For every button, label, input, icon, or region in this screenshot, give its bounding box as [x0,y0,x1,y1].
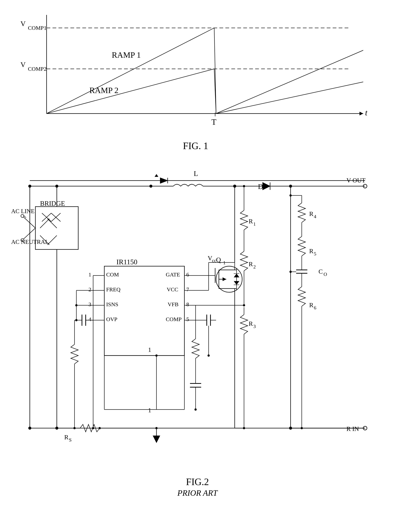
svg-text:2: 2 [88,286,91,292]
svg-text:V  OUT: V OUT [346,177,366,184]
svg-line-8 [47,69,214,114]
svg-point-177 [75,319,77,321]
svg-line-37 [22,216,35,228]
svg-point-149 [243,304,245,306]
svg-text:R  IN: R IN [346,425,359,432]
svg-point-204 [194,408,197,411]
svg-text:3: 3 [88,301,91,307]
svg-text:IR1150: IR1150 [116,258,137,266]
svg-text:S: S [69,437,71,443]
svg-point-131 [290,271,292,273]
svg-text:R: R [309,210,314,217]
svg-text:L: L [194,170,198,177]
svg-text:T: T [211,117,216,126]
svg-text:VFB: VFB [168,301,178,307]
svg-text:AC LINE: AC LINE [11,208,35,214]
svg-text:1: 1 [88,271,91,278]
svg-line-7 [216,50,363,114]
fig2-sublabel: PRIOR ART [11,488,384,498]
svg-text:R: R [309,248,314,254]
svg-point-47 [149,185,152,188]
svg-text:COMP2: COMP2 [28,66,47,72]
svg-text:R: R [249,261,253,268]
svg-text:O: O [324,272,327,277]
fig2-diagram: L BRIDGE AC LINE [11,158,384,497]
svg-text:V: V [20,20,26,28]
svg-text:COMP1: COMP1 [28,25,47,31]
svg-line-35 [47,235,57,245]
svg-text:t: t [365,108,368,117]
svg-marker-161 [153,435,160,443]
svg-line-5 [47,28,214,114]
svg-text:D: D [258,183,263,190]
svg-text:COMP: COMP [166,316,182,322]
svg-text:5: 5 [314,251,316,257]
svg-text:R: R [249,218,253,225]
svg-text:7: 7 [186,286,189,292]
svg-point-186 [99,427,101,429]
svg-line-32 [47,219,57,228]
svg-text:6: 6 [186,271,189,278]
svg-marker-21 [160,178,168,183]
svg-text:1: 1 [148,407,151,414]
svg-line-10 [216,82,363,114]
svg-text:R: R [249,320,253,327]
svg-line-33 [40,219,49,228]
svg-point-119 [290,194,292,197]
fig1-label: FIG. 1 [183,141,208,151]
svg-text:V: V [20,61,26,69]
svg-text:RAMP  1: RAMP 1 [112,51,141,60]
svg-text:COM: COM [106,271,119,278]
svg-text:C: C [319,268,323,275]
svg-text:V: V [208,255,212,262]
svg-marker-101 [263,183,270,190]
svg-marker-2 [360,112,363,115]
svg-text:GATE: GATE [166,271,180,278]
svg-text:RAMP  2: RAMP 2 [89,86,118,95]
fig2-label: FIG.2 [11,476,384,487]
page: T t V COMP1 V COMP2 RAMP 1 RAMP 2 FIG. 1 [0,0,396,532]
svg-point-179 [75,304,77,306]
svg-point-191 [155,355,157,357]
svg-text:R: R [309,302,314,309]
svg-text:OVP: OVP [106,316,117,322]
svg-text:4: 4 [88,316,91,322]
svg-text:R: R [64,434,69,440]
svg-point-207 [233,185,236,188]
svg-text:1: 1 [253,221,256,227]
svg-text:ISNS: ISNS [106,301,118,307]
svg-text:4: 4 [314,214,316,219]
svg-text:8: 8 [186,301,189,307]
svg-point-198 [208,355,210,357]
svg-point-113 [290,185,292,187]
svg-text:3: 3 [253,324,256,329]
svg-marker-23 [155,174,158,177]
svg-text:1: 1 [223,260,226,265]
svg-rect-49 [104,266,184,355]
svg-text:1: 1 [148,346,151,353]
svg-text:6: 6 [314,305,316,310]
fig1-diagram: T t V COMP1 V COMP2 RAMP 1 RAMP 2 FIG. 1 [19,7,373,138]
svg-text:VCC: VCC [167,286,178,292]
svg-text:FREQ: FREQ [106,286,121,292]
svg-text:5: 5 [186,316,189,322]
svg-text:BRIDGE: BRIDGE [40,200,65,207]
svg-text:2: 2 [253,264,256,269]
